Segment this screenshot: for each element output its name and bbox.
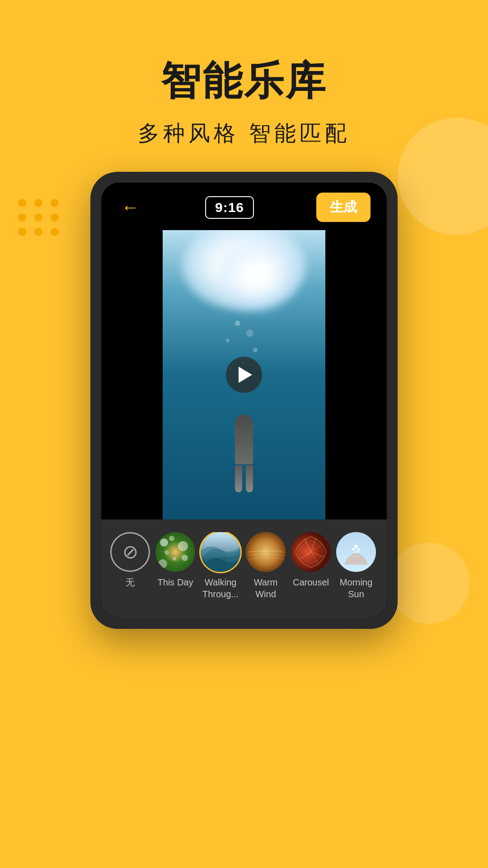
diver-legs bbox=[235, 465, 253, 492]
generate-button[interactable]: 生成 bbox=[316, 193, 371, 222]
bubble-2 bbox=[226, 339, 230, 342]
music-item-none[interactable]: ⊘ 无 bbox=[110, 532, 150, 588]
music-thumb-this-day bbox=[155, 532, 195, 572]
bokeh-3 bbox=[178, 541, 188, 551]
video-black-right bbox=[325, 230, 387, 519]
music-label-this-day: This Day bbox=[158, 576, 193, 588]
svg-point-7 bbox=[358, 548, 360, 551]
diver-leg-right bbox=[246, 465, 253, 492]
bokeh-2 bbox=[169, 536, 174, 541]
splash-effect bbox=[176, 230, 312, 330]
music-thumb-warm-wind bbox=[246, 532, 286, 572]
music-label-morning-sun: Morning Sun bbox=[336, 576, 376, 600]
music-item-walking[interactable]: Walking Throug... bbox=[201, 532, 240, 600]
music-label-warm-wind: Warm Wind bbox=[246, 576, 286, 600]
time-display: 9:16 bbox=[205, 196, 254, 219]
video-area bbox=[101, 230, 387, 519]
music-item-morning-sun[interactable]: Morning Sun bbox=[336, 532, 376, 600]
bokeh-7 bbox=[158, 559, 167, 568]
back-arrow-icon: ← bbox=[121, 197, 139, 217]
bubble-1 bbox=[235, 321, 240, 326]
svg-point-6 bbox=[354, 545, 358, 548]
none-icon: ⊘ bbox=[122, 542, 138, 561]
phone-topbar: ← 9:16 生成 bbox=[101, 183, 387, 230]
bokeh-4 bbox=[164, 550, 169, 555]
svg-point-5 bbox=[352, 548, 355, 551]
music-label-none: 无 bbox=[126, 576, 135, 588]
bokeh-6 bbox=[173, 557, 176, 561]
bg-decoration-circle-right2 bbox=[389, 542, 470, 624]
svg-point-9 bbox=[357, 550, 359, 553]
music-panel: ⊘ 无 bbox=[101, 519, 387, 618]
music-thumb-morning-sun bbox=[336, 532, 376, 572]
svg-point-8 bbox=[354, 551, 356, 553]
music-item-this-day[interactable]: This Day bbox=[155, 532, 195, 588]
play-button[interactable] bbox=[226, 357, 262, 393]
music-thumb-carousel bbox=[291, 532, 331, 572]
warm-wind-thumb-svg bbox=[246, 532, 286, 572]
bg-decoration-dots bbox=[18, 199, 61, 236]
diver-figure bbox=[235, 415, 253, 492]
morning-sun-thumb-svg bbox=[336, 532, 376, 572]
phone-mockup: ← 9:16 生成 bbox=[90, 172, 398, 629]
bokeh-5 bbox=[182, 555, 188, 561]
diver-torso bbox=[235, 415, 253, 464]
header: 智能乐库 多种风格 智能匹配 bbox=[0, 0, 488, 148]
music-label-carousel: Carousel bbox=[293, 576, 329, 588]
music-label-walking: Walking Throug... bbox=[201, 576, 240, 600]
music-items-list: ⊘ 无 bbox=[110, 532, 378, 602]
back-button[interactable]: ← bbox=[117, 195, 143, 220]
music-item-carousel[interactable]: Carousel bbox=[291, 532, 331, 588]
page-title: 智能乐库 bbox=[0, 54, 488, 108]
play-icon bbox=[239, 367, 252, 383]
diver-leg-left bbox=[235, 465, 242, 492]
bubble-3 bbox=[246, 330, 253, 337]
bokeh-1 bbox=[160, 538, 168, 547]
walking-thumb-svg bbox=[201, 532, 240, 572]
music-thumb-walking bbox=[201, 532, 240, 572]
svg-rect-2 bbox=[246, 532, 286, 572]
bubble-4 bbox=[253, 348, 258, 352]
splash-cloud-secondary bbox=[217, 239, 298, 311]
carousel-thumb-svg bbox=[291, 532, 331, 572]
video-black-left bbox=[101, 230, 163, 519]
music-thumb-none: ⊘ bbox=[110, 532, 150, 572]
music-item-warm-wind[interactable]: Warm Wind bbox=[246, 532, 286, 600]
